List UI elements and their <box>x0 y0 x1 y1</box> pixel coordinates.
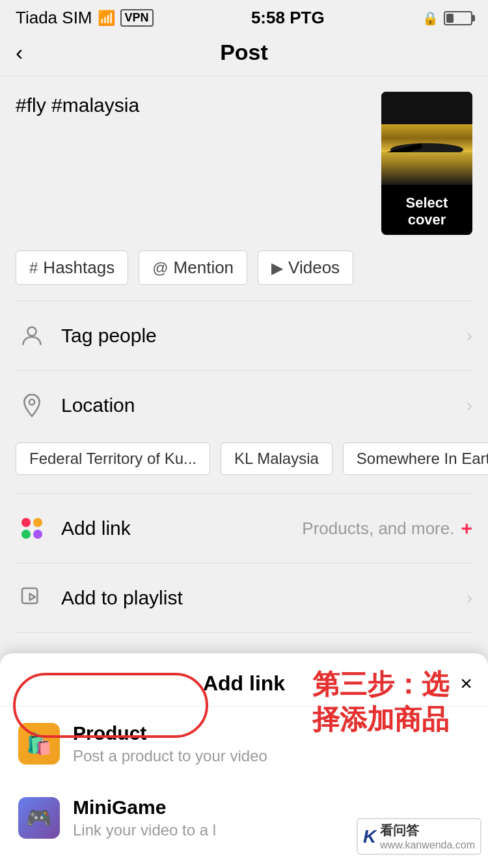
annotation-text: 第三步：选 择添加商品 <box>312 667 481 738</box>
tag-people-label: Tag people <box>61 325 467 347</box>
add-playlist-label: Add to playlist <box>61 587 467 609</box>
page-title: Post <box>220 40 268 65</box>
product-description: Post a product to your video <box>73 747 470 765</box>
add-link-value: Products, and more. <box>302 519 454 539</box>
caption-text[interactable]: #fly #malaysia <box>16 92 368 119</box>
watermark-site: 看问答 <box>380 822 475 839</box>
minigame-icon: 🎮 <box>18 797 60 839</box>
video-thumbnail[interactable]: Select cover <box>381 92 472 235</box>
select-cover-overlay[interactable]: Select cover <box>381 188 472 235</box>
lock-icon: 🔒 <box>422 10 439 26</box>
back-button[interactable]: ‹ <box>16 40 23 65</box>
location-chip-1[interactable]: Federal Territory of Ku... <box>16 442 210 475</box>
watermark: K 看问答 www.kanwenda.com <box>357 818 481 855</box>
caption-area: #fly #malaysia Select cover <box>0 76 488 245</box>
tag-buttons-row: # Hashtags @ Mention ▶ Videos <box>0 245 488 301</box>
dot-purple <box>33 530 42 539</box>
hashtags-button[interactable]: # Hashtags <box>16 251 128 285</box>
playlist-chevron-icon: › <box>467 588 472 608</box>
person-icon <box>16 319 48 352</box>
hashtag-icon: # <box>29 259 38 277</box>
thumbnail-image <box>381 92 472 185</box>
minigame-name: MiniGame <box>73 796 470 819</box>
add-link-right: Products, and more. + <box>302 517 472 539</box>
battery-icon <box>444 11 472 25</box>
watermark-k: K <box>363 826 376 847</box>
watermark-logo: K 看问答 www.kanwenda.com <box>357 818 481 855</box>
status-right: 🔒 <box>422 10 472 26</box>
videos-icon: ▶ <box>271 259 283 277</box>
wifi-icon: 📶 <box>98 10 115 27</box>
location-chip-2[interactable]: KL Malaysia <box>221 442 332 475</box>
page-header: ‹ Post <box>0 33 488 76</box>
mention-label: Mention <box>174 258 234 278</box>
status-bar: Tiada SIM 📶 VPN 5:58 PTG 🔒 <box>0 0 488 33</box>
mention-icon: @ <box>152 259 168 277</box>
dot-orange <box>33 518 42 527</box>
location-svg <box>19 392 45 418</box>
hashtags-label: Hashtags <box>43 258 115 278</box>
carrier-label: Tiada SIM <box>16 8 92 28</box>
person-svg <box>19 323 45 349</box>
location-chip-3[interactable]: Somewhere In Earth <box>343 442 488 475</box>
location-label: Location <box>61 394 467 416</box>
svg-point-1 <box>29 400 34 405</box>
dot-red <box>21 518 31 527</box>
videos-button[interactable]: ▶ Videos <box>258 251 353 285</box>
product-emoji: 🛍️ <box>26 731 52 756</box>
playlist-svg <box>19 585 45 611</box>
playlist-icon <box>16 582 48 614</box>
tag-people-right: › <box>467 325 472 346</box>
playlist-right: › <box>467 588 472 608</box>
main-content: #fly #malaysia Select cover # Hashtags @… <box>0 76 488 633</box>
tag-people-item[interactable]: Tag people › <box>0 301 488 370</box>
time-display: 5:58 PTG <box>251 8 325 28</box>
add-link-plus-icon: + <box>461 517 472 539</box>
bottom-sheet-title: Add link <box>203 671 285 696</box>
status-left: Tiada SIM 📶 VPN <box>16 8 154 28</box>
svg-point-0 <box>27 327 36 336</box>
location-icon <box>16 389 48 422</box>
minigame-emoji: 🎮 <box>26 806 52 830</box>
videos-label: Videos <box>288 258 340 278</box>
location-chevron-icon: › <box>467 395 472 416</box>
add-link-label: Add link <box>61 517 302 539</box>
location-chips: Federal Territory of Ku... KL Malaysia S… <box>0 440 488 493</box>
dots-grid-icon <box>19 515 45 541</box>
dot-green <box>21 530 31 539</box>
chevron-right-icon: › <box>467 325 472 346</box>
mention-button[interactable]: @ Mention <box>139 251 247 285</box>
location-item[interactable]: Location › <box>0 371 488 440</box>
select-cover-label: Select cover <box>406 195 448 228</box>
watermark-url: www.kanwenda.com <box>380 839 475 851</box>
battery-fill <box>446 14 454 23</box>
vpn-badge: VPN <box>120 9 154 27</box>
add-link-icon <box>16 512 48 545</box>
product-icon: 🛍️ <box>18 723 60 765</box>
location-right: › <box>467 395 472 416</box>
add-link-item[interactable]: Add link Products, and more. + <box>0 494 488 563</box>
